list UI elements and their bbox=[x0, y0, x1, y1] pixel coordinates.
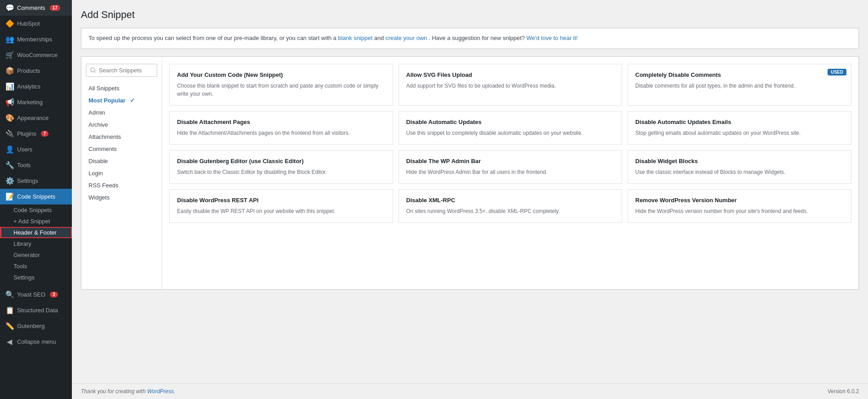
snippet-card-remove-version[interactable]: Remove WordPress Version NumberHide the … bbox=[628, 189, 851, 223]
card-desc: Hide the WordPress Admin Bar for all use… bbox=[406, 168, 615, 176]
sidebar-item-marketing[interactable]: 📢 Marketing bbox=[0, 94, 72, 110]
submenu-generator[interactable]: Generator bbox=[0, 249, 72, 261]
snippet-card-allow-svg[interactable]: Allow SVG Files UploadAdd support for SV… bbox=[399, 64, 622, 106]
submenu-header-footer[interactable]: Header & Footer bbox=[0, 227, 72, 238]
collapse-icon: ◀ bbox=[5, 337, 13, 346]
search-snippets-input[interactable] bbox=[86, 64, 157, 77]
comments-icon: 💬 bbox=[5, 4, 13, 12]
sidebar-item-woocommerce[interactable]: 🛒 WooCommerce bbox=[0, 47, 72, 63]
snippet-card-disable-comments[interactable]: Completely Disable CommentsDisable comme… bbox=[628, 64, 851, 106]
card-title: Disable The WP Admin Bar bbox=[406, 158, 615, 164]
card-title: Disable Gutenberg Editor (use Classic Ed… bbox=[177, 158, 385, 164]
nav-rss-feeds[interactable]: RSS Feeds bbox=[81, 179, 162, 191]
nav-attachments[interactable]: Attachments bbox=[81, 131, 162, 143]
snippet-cards-grid: Add Your Custom Code (New Snippet)Choose… bbox=[162, 57, 859, 289]
sidebar-item-collapse[interactable]: ◀ Collapse menu bbox=[0, 334, 72, 350]
sidebar-item-code-snippets[interactable]: 📝 Code Snippets bbox=[0, 189, 72, 204]
main-area: Add Snippet To speed up the process you … bbox=[72, 0, 868, 399]
card-desc: Easily disable the WP REST API on your w… bbox=[177, 207, 385, 215]
card-title: Disable WordPress REST API bbox=[177, 197, 385, 204]
wordpress-link[interactable]: WordPress bbox=[147, 388, 173, 395]
submenu-code-snippets[interactable]: Code Snippets bbox=[0, 204, 72, 216]
nav-all-snippets[interactable]: All Snippets bbox=[81, 82, 162, 94]
card-desc: Hide the Attachment/Attachments pages on… bbox=[177, 129, 385, 137]
content-area: Add Snippet To speed up the process you … bbox=[72, 0, 868, 383]
sidebar-item-tools[interactable]: 🔧 Tools bbox=[0, 157, 72, 173]
sidebar-item-memberships[interactable]: 👥 Memberships bbox=[0, 31, 72, 47]
code-snippets-submenu: Code Snippets + Add Snippet Header & Foo… bbox=[0, 204, 72, 283]
blank-snippet-link[interactable]: blank snippet bbox=[338, 35, 372, 41]
tools-icon: 🔧 bbox=[5, 161, 13, 169]
sidebar-item-comments[interactable]: 💬 Comments 17 bbox=[0, 0, 72, 16]
nav-admin[interactable]: Admin bbox=[81, 106, 162, 119]
sidebar-item-yoast[interactable]: 🔍 Yoast SEO 3 bbox=[0, 287, 72, 302]
hubspot-icon: 🔶 bbox=[5, 19, 13, 28]
sidebar-item-products[interactable]: 📦 Products bbox=[0, 63, 72, 79]
card-title: Disable XML-RPC bbox=[406, 197, 615, 204]
submenu-tools[interactable]: Tools bbox=[0, 261, 72, 272]
card-desc: Switch back to the Classic Editor by dis… bbox=[177, 168, 385, 176]
card-desc: On sites running WordPress 3.5+, disable… bbox=[406, 207, 615, 215]
card-title: Remove WordPress Version Number bbox=[635, 197, 844, 204]
snippet-card-disable-widget-blocks[interactable]: Disable Widget BlocksUse the classic int… bbox=[628, 150, 851, 184]
marketing-icon: 📢 bbox=[5, 98, 13, 106]
create-own-link[interactable]: create your own bbox=[385, 35, 427, 41]
snippet-card-custom-code[interactable]: Add Your Custom Code (New Snippet)Choose… bbox=[169, 64, 393, 106]
nav-archive[interactable]: Archive bbox=[81, 119, 162, 131]
footer-version: Version 6.0.2 bbox=[828, 388, 859, 395]
info-bar: To speed up the process you can select f… bbox=[81, 28, 859, 49]
submenu-settings[interactable]: Settings bbox=[0, 272, 72, 283]
sidebar-item-users[interactable]: 👤 Users bbox=[0, 142, 72, 157]
card-desc: Stop getting emails about automatic upda… bbox=[635, 129, 844, 137]
yoast-icon: 🔍 bbox=[5, 290, 13, 299]
card-desc: Add support for SVG files to be uploaded… bbox=[406, 82, 615, 90]
used-badge: USED bbox=[828, 69, 846, 75]
snippet-card-disable-attachment[interactable]: Disable Attachment PagesHide the Attachm… bbox=[169, 111, 393, 145]
snippet-card-disable-auto-emails[interactable]: Disable Automatic Updates EmailsStop get… bbox=[628, 111, 851, 145]
woo-icon: 🛒 bbox=[5, 51, 13, 59]
card-title: Disable Widget Blocks bbox=[635, 158, 844, 164]
snippet-card-disable-auto-updates[interactable]: Disable Automatic UpdatesUse this snippe… bbox=[399, 111, 622, 145]
footer: Thank you for creating with WordPress. V… bbox=[72, 383, 868, 399]
card-desc: Use this snippet to completely disable a… bbox=[406, 129, 615, 137]
card-title: Disable Attachment Pages bbox=[177, 119, 385, 125]
page-title: Add Snippet bbox=[81, 9, 859, 21]
memberships-icon: 👥 bbox=[5, 35, 13, 44]
nav-disable[interactable]: Disable bbox=[81, 155, 162, 167]
card-title: Add Your Custom Code (New Snippet) bbox=[177, 71, 385, 78]
nav-most-popular[interactable]: Most Popular ✓ bbox=[81, 94, 162, 106]
nav-login[interactable]: Login bbox=[81, 167, 162, 179]
analytics-icon: 📊 bbox=[5, 82, 13, 91]
card-title: Disable Automatic Updates Emails bbox=[635, 119, 844, 125]
left-nav: All Snippets Most Popular ✓ Admin Archiv… bbox=[81, 82, 162, 204]
plugins-icon: 🔌 bbox=[5, 129, 13, 138]
snippet-card-disable-gutenberg[interactable]: Disable Gutenberg Editor (use Classic Ed… bbox=[169, 150, 393, 184]
sidebar-item-hubspot[interactable]: 🔶 HubSpot bbox=[0, 16, 72, 31]
sidebar-item-plugins[interactable]: 🔌 Plugins 7 bbox=[0, 126, 72, 142]
card-title: Allow SVG Files Upload bbox=[406, 71, 615, 78]
sidebar-item-analytics[interactable]: 📊 Analytics bbox=[0, 79, 72, 94]
card-desc: Choose this blank snippet to start from … bbox=[177, 82, 385, 98]
snippet-layout: All Snippets Most Popular ✓ Admin Archiv… bbox=[81, 56, 859, 290]
sidebar-item-structured-data[interactable]: 📋 Structured Data bbox=[0, 302, 72, 318]
hear-it-link[interactable]: We'd love to hear it! bbox=[527, 35, 578, 41]
snippet-card-disable-rest-api[interactable]: Disable WordPress REST APIEasily disable… bbox=[169, 189, 393, 223]
sidebar-item-settings[interactable]: ⚙️ Settings bbox=[0, 173, 72, 189]
products-icon: 📦 bbox=[5, 66, 13, 75]
snippet-card-disable-xmlrpc[interactable]: Disable XML-RPCOn sites running WordPres… bbox=[399, 189, 622, 223]
nav-widgets[interactable]: Widgets bbox=[81, 191, 162, 204]
submenu-library[interactable]: Library bbox=[0, 238, 72, 249]
footer-left: Thank you for creating with WordPress. bbox=[81, 388, 175, 395]
card-title: Disable Automatic Updates bbox=[406, 119, 615, 125]
structured-data-icon: 📋 bbox=[5, 306, 13, 315]
card-desc: Use the classic interface instead of Blo… bbox=[635, 168, 844, 176]
submenu-add-snippet[interactable]: + Add Snippet bbox=[0, 216, 72, 227]
settings-icon: ⚙️ bbox=[5, 177, 13, 185]
nav-comments[interactable]: Comments bbox=[81, 143, 162, 155]
sidebar-item-gutenberg[interactable]: ✏️ Gutenberg bbox=[0, 318, 72, 334]
gutenberg-icon: ✏️ bbox=[5, 322, 13, 330]
sidebar-item-appearance[interactable]: 🎨 Appearance bbox=[0, 110, 72, 126]
snippet-left-panel: All Snippets Most Popular ✓ Admin Archiv… bbox=[81, 57, 162, 289]
snippet-card-disable-admin-bar[interactable]: Disable The WP Admin BarHide the WordPre… bbox=[399, 150, 622, 184]
card-title: Completely Disable Comments bbox=[635, 71, 844, 78]
